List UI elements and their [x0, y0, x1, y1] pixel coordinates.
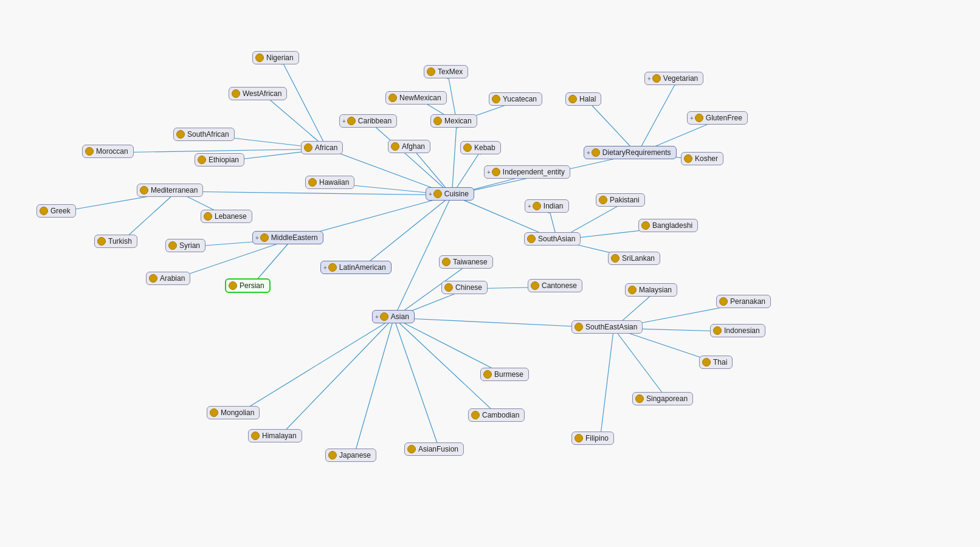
node-label: TexMex	[438, 67, 463, 76]
svg-line-42	[614, 328, 668, 400]
node-caribbean[interactable]: +Caribbean	[339, 114, 397, 128]
node-thai[interactable]: Thai	[699, 356, 733, 369]
node-middleeastern[interactable]: +MiddleEastern	[252, 231, 323, 244]
node-yucatecan[interactable]: Yucatecan	[489, 92, 542, 106]
node-taiwanese[interactable]: Taiwanese	[439, 255, 493, 269]
node-asianfusion[interactable]: AsianFusion	[404, 442, 464, 456]
node-dot	[702, 358, 711, 366]
node-label: GlutenFree	[706, 114, 742, 122]
node-dot	[176, 130, 185, 139]
node-african[interactable]: African	[301, 141, 343, 154]
node-latinamerican[interactable]: +LatinAmerican	[320, 261, 392, 274]
node-plus-icon: +	[255, 235, 259, 241]
node-indonesian[interactable]: Indonesian	[710, 324, 765, 337]
node-label: Peranakan	[730, 297, 765, 306]
node-label: WestAfrican	[243, 89, 281, 98]
node-cuisine[interactable]: +Cuisine	[426, 187, 474, 201]
node-southafrican[interactable]: SouthAfrican	[173, 128, 235, 141]
node-persian[interactable]: Persian	[225, 278, 271, 293]
node-dot	[427, 67, 435, 76]
node-mediterranean[interactable]: Mediterranean	[137, 184, 203, 197]
node-pakistani[interactable]: Pakistani	[596, 193, 645, 207]
node-dot	[380, 312, 388, 321]
node-afghan[interactable]: Afghan	[388, 140, 430, 153]
node-asian[interactable]: +Asian	[372, 310, 415, 323]
node-indian[interactable]: +Indian	[525, 199, 569, 213]
node-srilankan[interactable]: SriLankan	[608, 252, 660, 265]
node-filipino[interactable]: Filipino	[571, 432, 614, 445]
node-mexican[interactable]: Mexican	[430, 114, 477, 128]
node-dot	[628, 286, 637, 294]
node-southasian[interactable]: SouthAsian	[524, 232, 581, 246]
node-dot	[592, 148, 600, 157]
node-dot	[210, 408, 218, 417]
node-dot	[347, 117, 356, 125]
node-japanese[interactable]: Japanese	[325, 449, 376, 462]
node-dot	[599, 196, 607, 204]
svg-line-43	[600, 328, 614, 439]
node-independent_entity[interactable]: +Independent_entity	[484, 165, 570, 179]
node-cantonese[interactable]: Cantonese	[528, 279, 582, 292]
node-label: Nigerian	[266, 53, 294, 62]
node-label: MiddleEastern	[271, 233, 318, 242]
node-label: LatinAmerican	[339, 263, 386, 272]
node-ethiopian[interactable]: Ethiopian	[195, 153, 244, 167]
node-mongolian[interactable]: Mongolian	[207, 406, 260, 419]
node-greek[interactable]: Greek	[36, 204, 76, 218]
node-kebab[interactable]: Kebab	[460, 141, 501, 154]
node-label: AsianFusion	[418, 445, 458, 453]
svg-line-2	[370, 122, 452, 195]
node-cambodian[interactable]: Cambodian	[468, 408, 525, 422]
node-dot	[251, 432, 260, 440]
node-hawaiian[interactable]: Hawaiian	[305, 176, 354, 189]
node-newmexican[interactable]: NewMexican	[385, 91, 447, 105]
node-glutenfree[interactable]: +GlutenFree	[687, 111, 748, 125]
node-peranakan[interactable]: Peranakan	[716, 295, 771, 308]
node-label: Asian	[391, 312, 409, 321]
node-dietaryrequirements[interactable]: +DietaryRequirements	[584, 146, 677, 159]
node-syrian[interactable]: Syrian	[165, 239, 205, 252]
node-label: Thai	[713, 358, 727, 366]
node-dot	[198, 156, 206, 164]
node-dot	[641, 221, 650, 230]
node-label: Burmese	[494, 370, 523, 379]
node-himalayan[interactable]: Himalayan	[248, 429, 302, 442]
node-halal[interactable]: Halal	[565, 92, 601, 106]
node-burmese[interactable]: Burmese	[480, 368, 529, 381]
node-lebanese[interactable]: Lebanese	[201, 210, 252, 223]
node-dot	[308, 178, 317, 187]
node-singaporean[interactable]: Singaporean	[632, 392, 693, 405]
node-dot	[531, 281, 539, 290]
node-turkish[interactable]: Turkish	[94, 235, 137, 248]
node-nigerian[interactable]: Nigerian	[252, 51, 299, 64]
node-moroccan[interactable]: Moroccan	[82, 145, 134, 158]
node-dot	[229, 281, 237, 290]
node-dot	[433, 117, 442, 125]
node-westafrican[interactable]: WestAfrican	[229, 87, 287, 100]
node-label: Mongolian	[221, 408, 254, 417]
node-label: DietaryRequirements	[602, 148, 671, 157]
node-arabian[interactable]: Arabian	[146, 272, 190, 285]
node-dot	[260, 233, 269, 242]
node-label: Moroccan	[96, 147, 128, 156]
node-southeastasian[interactable]: SouthEastAsian	[571, 320, 643, 334]
svg-line-3	[177, 191, 452, 195]
node-plus-icon: +	[647, 75, 651, 82]
node-malaysian[interactable]: Malaysian	[625, 283, 677, 297]
node-label: NewMexican	[399, 94, 441, 102]
node-label: Hawaiian	[319, 178, 349, 187]
node-chinese[interactable]: Chinese	[441, 281, 488, 294]
node-label: Bangladeshi	[652, 221, 692, 230]
node-label: Ethiopian	[209, 156, 239, 164]
node-texmex[interactable]: TexMex	[424, 65, 468, 78]
node-label: Independent_entity	[503, 168, 565, 176]
node-bangladeshi[interactable]: Bangladeshi	[638, 219, 698, 232]
node-kosher[interactable]: Kosher	[681, 152, 723, 165]
svg-line-9	[452, 122, 457, 195]
node-label: Arabian	[160, 274, 185, 283]
node-vegetarian[interactable]: +Vegetarian	[644, 72, 703, 85]
node-dot	[492, 168, 500, 176]
svg-line-18	[111, 149, 327, 153]
node-plus-icon: +	[690, 115, 694, 122]
node-plus-icon: +	[429, 191, 432, 198]
